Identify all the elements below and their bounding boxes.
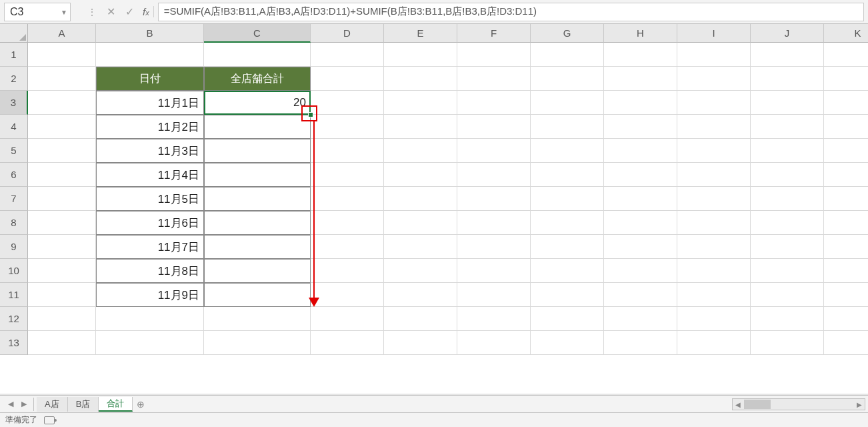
cell[interactable] (604, 307, 677, 331)
cell[interactable] (28, 259, 96, 283)
cell[interactable] (96, 307, 204, 331)
fill-handle[interactable] (308, 112, 313, 117)
cell[interactable] (751, 283, 824, 307)
cell[interactable] (604, 139, 677, 163)
cell[interactable] (457, 331, 531, 355)
row-header[interactable]: 11 (0, 283, 28, 307)
cell[interactable] (457, 211, 531, 235)
cell[interactable] (751, 67, 824, 91)
cell[interactable] (384, 259, 457, 283)
date-cell[interactable]: 11月6日 (96, 211, 204, 235)
total-cell[interactable]: 20 (204, 91, 311, 115)
add-sheet-button[interactable]: ⊕ (133, 397, 149, 412)
cell[interactable] (384, 91, 457, 115)
cell[interactable] (677, 283, 751, 307)
name-box[interactable]: C3 ▼ (4, 3, 71, 21)
row-header[interactable]: 3 (0, 91, 28, 115)
cell[interactable] (28, 187, 96, 211)
cell[interactable] (677, 115, 751, 139)
cell[interactable] (604, 115, 677, 139)
cell[interactable] (384, 331, 457, 355)
cell[interactable] (457, 259, 531, 283)
cell[interactable] (751, 211, 824, 235)
enter-icon[interactable]: ✓ (120, 3, 139, 21)
total-cell[interactable] (204, 211, 311, 235)
cell[interactable] (531, 67, 604, 91)
cell[interactable] (677, 67, 751, 91)
cell[interactable] (824, 331, 868, 355)
column-header[interactable]: D (311, 24, 384, 43)
row-header[interactable]: 5 (0, 139, 28, 163)
cell[interactable] (604, 67, 677, 91)
cell[interactable] (311, 283, 384, 307)
cell[interactable] (824, 211, 868, 235)
cell[interactable] (751, 115, 824, 139)
cell[interactable] (677, 331, 751, 355)
cell[interactable] (531, 139, 604, 163)
cell[interactable] (28, 115, 96, 139)
cell[interactable] (384, 67, 457, 91)
cell[interactable] (457, 283, 531, 307)
row-header[interactable]: 8 (0, 211, 28, 235)
row-header[interactable]: 13 (0, 331, 28, 355)
cell[interactable] (204, 43, 311, 67)
column-header[interactable]: I (677, 24, 751, 43)
cell[interactable] (311, 43, 384, 67)
date-cell[interactable]: 11月2日 (96, 115, 204, 139)
row-header[interactable]: 4 (0, 115, 28, 139)
cell[interactable] (604, 331, 677, 355)
cell[interactable] (204, 307, 311, 331)
cell[interactable] (28, 235, 96, 259)
cell[interactable] (604, 187, 677, 211)
cell[interactable] (824, 139, 868, 163)
sheet-tab[interactable]: B店 (68, 397, 99, 412)
cell[interactable] (531, 163, 604, 187)
cell[interactable] (311, 163, 384, 187)
cell[interactable] (677, 259, 751, 283)
scroll-right-icon[interactable]: ▶ (854, 399, 865, 410)
cell[interactable] (751, 139, 824, 163)
row-header[interactable]: 10 (0, 259, 28, 283)
cell[interactable] (28, 307, 96, 331)
cell[interactable] (751, 91, 824, 115)
cell[interactable] (457, 43, 531, 67)
cell[interactable] (824, 283, 868, 307)
cell[interactable] (28, 331, 96, 355)
cell[interactable] (28, 43, 96, 67)
table-header-total[interactable]: 全店舗合計 (204, 67, 311, 91)
cell[interactable] (531, 187, 604, 211)
cell[interactable] (384, 235, 457, 259)
cell[interactable] (531, 259, 604, 283)
cell[interactable] (531, 115, 604, 139)
cell[interactable] (457, 115, 531, 139)
cell[interactable] (384, 307, 457, 331)
cell[interactable] (531, 43, 604, 67)
cell[interactable] (751, 163, 824, 187)
cell[interactable] (311, 331, 384, 355)
column-header[interactable]: H (604, 24, 677, 43)
cancel-icon[interactable]: ✕ (101, 3, 120, 21)
cell[interactable] (311, 67, 384, 91)
cell[interactable] (604, 259, 677, 283)
cell[interactable] (751, 331, 824, 355)
cell[interactable] (384, 211, 457, 235)
cell[interactable] (384, 139, 457, 163)
column-header[interactable]: F (457, 24, 531, 43)
row-header[interactable]: 6 (0, 163, 28, 187)
cell[interactable] (384, 187, 457, 211)
cell[interactable] (384, 43, 457, 67)
date-cell[interactable]: 11月4日 (96, 163, 204, 187)
column-header[interactable]: C (204, 24, 311, 43)
date-cell[interactable]: 11月1日 (96, 91, 204, 115)
date-cell[interactable]: 11月9日 (96, 283, 204, 307)
cell[interactable] (751, 259, 824, 283)
cell[interactable] (751, 43, 824, 67)
tab-nav-prev-icon[interactable]: ◀ (5, 399, 16, 410)
cell[interactable] (311, 91, 384, 115)
date-cell[interactable]: 11月8日 (96, 259, 204, 283)
cell[interactable] (677, 235, 751, 259)
sheet-tab[interactable]: A店 (37, 397, 68, 412)
cell[interactable] (311, 235, 384, 259)
column-header[interactable]: A (28, 24, 96, 43)
total-cell[interactable] (204, 235, 311, 259)
